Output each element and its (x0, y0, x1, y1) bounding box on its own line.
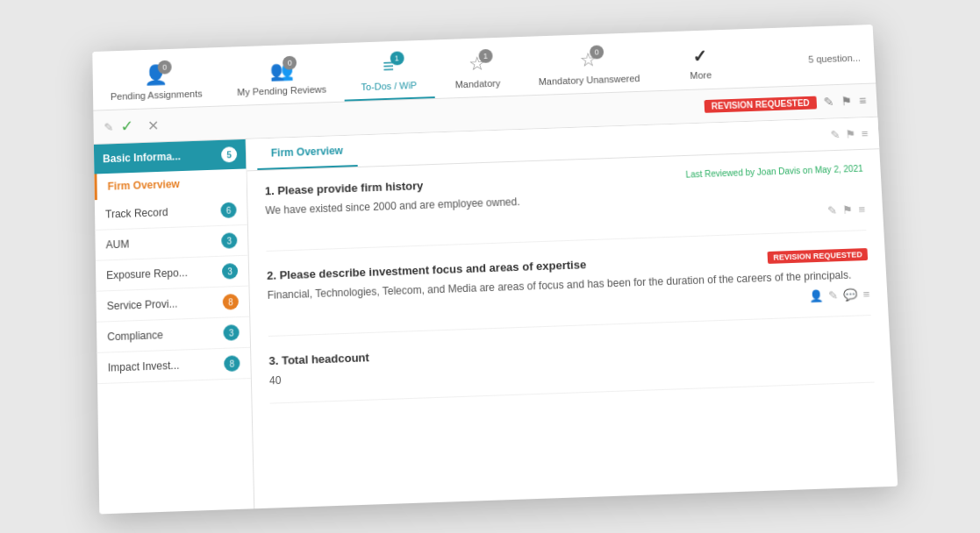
flag-icon[interactable]: ⚑ (840, 94, 852, 108)
edit-action-icon[interactable]: ✎ (823, 95, 834, 109)
questions-container: 1. Please provide firm history Last Revi… (247, 149, 893, 437)
subheader-action-icons: ✎ ⚑ ≡ (823, 94, 867, 109)
exposure-label: Exposure Repo... (106, 266, 188, 281)
question-2-revision-badge: REVISION REQUESTED (767, 248, 867, 264)
compliance-label: Compliance (107, 329, 163, 343)
sidebar-section-label: Basic Informa... (102, 150, 180, 165)
track-record-badge: 6 (220, 202, 236, 217)
sidebar-item-compliance[interactable]: Compliance 3 (97, 317, 250, 353)
exposure-badge: 3 (221, 263, 237, 280)
nav-todos[interactable]: 1 ≡ To-Dos / WiP (342, 46, 434, 101)
mandatory-unanswered-label: Mandatory Unanswered (538, 73, 640, 87)
impact-badge: 8 (224, 355, 240, 372)
tab-edit-icon[interactable]: ✎ (830, 128, 841, 141)
question-1-title: 1. Please provide firm history (264, 179, 423, 197)
reviews-label: My Pending Reviews (237, 84, 326, 97)
q2-edit-icon[interactable]: ✎ (828, 288, 839, 302)
aum-badge: 3 (221, 232, 237, 249)
mandatory-unanswered-badge: 0 (590, 45, 604, 59)
list-icon[interactable]: ≡ (858, 94, 866, 108)
more-check-icon: ✓ (691, 46, 707, 67)
q2-user-icon[interactable]: 👤 (809, 289, 824, 303)
question-block-3: 3. Total headcount 40 (268, 333, 874, 403)
reviews-badge: 0 (283, 56, 297, 70)
nav-mandatory[interactable]: 1 ☆ Mandatory (433, 45, 521, 97)
aum-label: AUM (105, 238, 129, 252)
question-count: 5 question... (808, 52, 875, 64)
question-block-2: 2. Please describe investment focus and … (267, 248, 871, 337)
more-label: More (690, 69, 712, 81)
q2-comment-icon[interactable]: 💬 (843, 288, 858, 302)
tab-action-icons: ✎ ⚑ ≡ (830, 127, 868, 141)
track-record-label: Track Record (104, 206, 168, 220)
main-document: 0 👤 Pending Assignments 0 👥 My Pending R… (92, 25, 898, 514)
mandatory-label: Mandatory (454, 78, 500, 90)
main-layout: Basic Informa... 5 Firm Overview Track R… (93, 117, 897, 515)
sidebar: Basic Informa... 5 Firm Overview Track R… (93, 139, 254, 515)
q1-list-icon[interactable]: ≡ (858, 203, 865, 216)
q2-list-icon[interactable]: ≡ (862, 288, 869, 301)
impact-label: Impact Invest... (107, 359, 179, 374)
service-label: Service Provi... (106, 297, 177, 312)
sidebar-item-impact-invest[interactable]: Impact Invest... 8 (97, 348, 250, 384)
q1-flag-icon[interactable]: ⚑ (842, 203, 854, 217)
service-badge: 8 (222, 294, 238, 310)
q1-edit-icon[interactable]: ✎ (827, 203, 838, 217)
tab-flag-icon[interactable]: ⚑ (845, 127, 856, 140)
cancel-button[interactable]: ✕ (139, 115, 165, 136)
nav-pending-reviews[interactable]: 0 👥 My Pending Reviews (218, 51, 344, 105)
content-area: Firm Overview ✎ ⚑ ≡ 1. Please provide fi… (246, 117, 898, 508)
nav-pending-assignments[interactable]: 0 👤 Pending Assignments (92, 55, 219, 110)
question-block-1: 1. Please provide firm history Last Revi… (264, 164, 866, 252)
tab-list-icon[interactable]: ≡ (861, 127, 868, 140)
edit-icon[interactable]: ✎ (104, 120, 113, 133)
todos-label: To-Dos / WiP (361, 80, 417, 92)
confirm-button[interactable]: ✓ (113, 115, 140, 139)
question-1-meta: Last Reviewed by Joan Davis on May 2, 20… (685, 164, 862, 180)
nav-mandatory-unanswered[interactable]: 0 ☆ Mandatory Unanswered (519, 39, 657, 94)
sidebar-section-badge: 5 (221, 146, 237, 162)
tab-firm-overview[interactable]: Firm Overview (256, 136, 357, 170)
compliance-badge: 3 (223, 324, 239, 341)
pending-badge: 0 (157, 60, 171, 75)
revision-badge: REVISION REQUESTED (704, 96, 816, 112)
nav-more[interactable]: ✓ More (655, 38, 744, 89)
pending-label: Pending Assignments (110, 89, 202, 102)
